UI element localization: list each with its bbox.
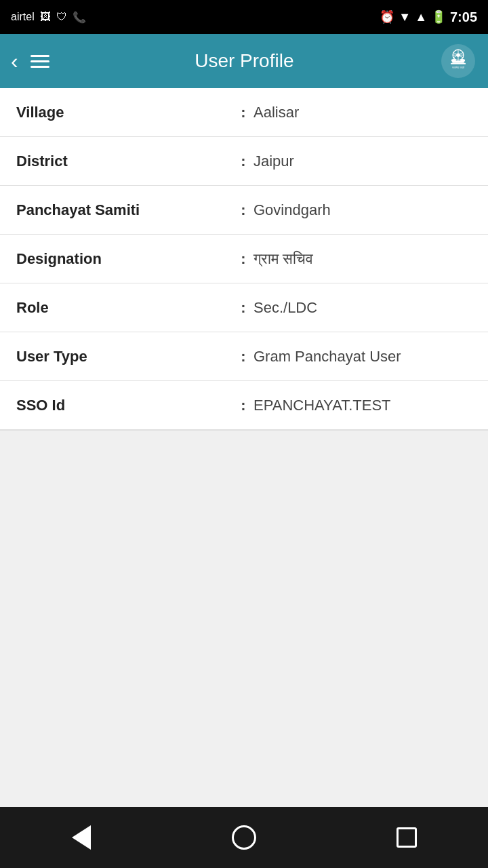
- bottom-nav: [0, 807, 488, 868]
- profile-row: Role:Sec./LDC: [0, 283, 488, 332]
- profile-colon: :: [233, 299, 253, 317]
- profile-value: Govindgarh: [253, 200, 472, 220]
- profile-colon: :: [233, 348, 253, 366]
- app-logo: सत्यमेव जयते: [439, 42, 477, 80]
- svg-rect-7: [451, 63, 466, 64]
- profile-label: User Type: [16, 348, 233, 366]
- nav-recents-button[interactable]: [380, 817, 434, 858]
- menu-line-3: [30, 66, 49, 68]
- profile-colon: :: [233, 397, 253, 414]
- profile-row: SSO Id:EPANCHAYAT.TEST: [0, 381, 488, 430]
- emblem-icon: सत्यमेव जयते: [441, 44, 475, 78]
- profile-value: EPANCHAYAT.TEST: [253, 395, 472, 416]
- svg-text:सत्यमेव जयते: सत्यमेव जयते: [451, 66, 465, 69]
- home-circle-icon: [232, 825, 256, 850]
- profile-label: Role: [16, 299, 233, 317]
- nav-home-button[interactable]: [217, 817, 271, 858]
- recents-square-icon: [396, 827, 417, 848]
- profile-colon: :: [233, 153, 253, 170]
- profile-row: Village:Aalisar: [0, 88, 488, 137]
- page-title: User Profile: [49, 50, 439, 72]
- time-label: 7:05: [450, 9, 477, 25]
- menu-button[interactable]: [30, 55, 49, 68]
- app-bar-left: ‹: [11, 49, 49, 74]
- profile-row: Designation:ग्राम सचिव: [0, 235, 488, 283]
- carrier-label: airtel: [11, 11, 35, 23]
- app-bar: ‹ User Profile: [0, 34, 488, 88]
- profile-value: Aalisar: [253, 102, 472, 123]
- profile-value: Gram Panchayat User: [253, 347, 472, 367]
- signal-icon: ▲: [415, 10, 427, 24]
- gallery-icon: 🖼: [40, 11, 51, 23]
- status-bar: airtel 🖼 🛡 📞 ⏰ ▼ ▲ 🔋 7:05: [0, 0, 488, 34]
- profile-colon: :: [233, 104, 253, 121]
- profile-label: Designation: [16, 250, 233, 268]
- profile-label: SSO Id: [16, 397, 233, 414]
- content-area: Village:AalisarDistrict:JaipurPanchayat …: [0, 88, 488, 807]
- nav-back-button[interactable]: [54, 817, 108, 858]
- menu-line-1: [30, 55, 49, 57]
- profile-label: Village: [16, 104, 233, 121]
- phone-icon: 📞: [73, 11, 86, 24]
- profile-table: Village:AalisarDistrict:JaipurPanchayat …: [0, 88, 488, 431]
- profile-colon: :: [233, 201, 253, 219]
- profile-label: District: [16, 153, 233, 170]
- profile-label: Panchayat Samiti: [16, 201, 233, 219]
- svg-point-8: [451, 59, 456, 62]
- menu-line-2: [30, 60, 49, 62]
- wifi-icon: ▼: [399, 10, 411, 24]
- back-triangle-icon: [72, 825, 91, 850]
- alarm-icon: ⏰: [380, 9, 394, 24]
- status-left: airtel 🖼 🛡 📞: [11, 11, 86, 24]
- profile-colon: :: [233, 250, 253, 268]
- profile-row: Panchayat Samiti:Govindgarh: [0, 186, 488, 235]
- status-right: ⏰ ▼ ▲ 🔋 7:05: [380, 9, 477, 25]
- profile-value: Sec./LDC: [253, 298, 472, 318]
- back-button[interactable]: ‹: [11, 49, 18, 74]
- battery-icon: 🔋: [431, 9, 446, 24]
- profile-value: Jaipur: [253, 151, 472, 172]
- profile-value: ग्राम सचिव: [253, 249, 472, 269]
- shield-icon: 🛡: [56, 11, 67, 23]
- profile-row: District:Jaipur: [0, 137, 488, 186]
- profile-row: User Type:Gram Panchayat User: [0, 332, 488, 381]
- svg-point-9: [460, 59, 465, 62]
